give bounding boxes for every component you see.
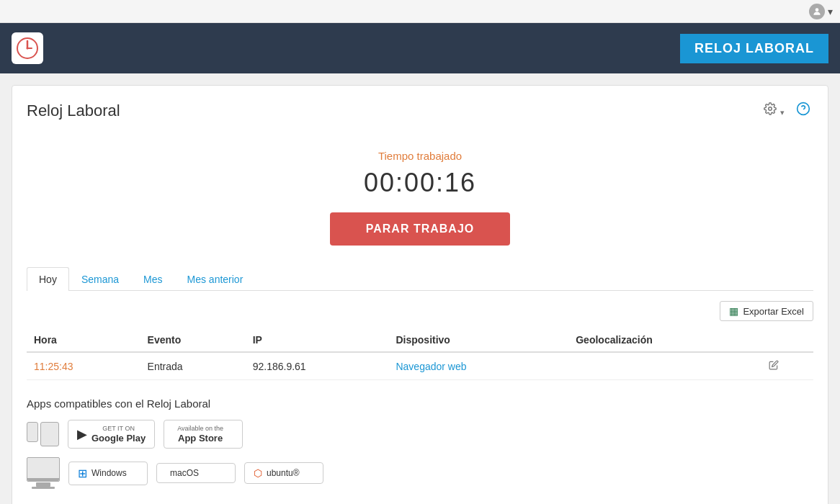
table-row: 11:25:43 Entrada 92.186.9.61 Navegador w… [27,352,813,380]
user-menu[interactable]: ▾ [809,4,833,19]
tablet-icon [40,422,59,446]
user-avatar [809,4,825,19]
google-play-badge[interactable]: ▶ GET IT ON Google Play [68,420,155,449]
macos-name: macOS [170,468,199,478]
cell-dispositivo: Navegador web [388,352,568,380]
svg-point-6 [769,107,772,111]
cell-edit [761,352,813,380]
settings-dropdown-icon: ▾ [780,108,785,117]
tab-semana[interactable]: Semana [69,267,131,291]
page-title: Reloj Laboral [27,102,120,120]
apps-section: Apps compatibles con el Reloj Laboral ▶ … [27,397,813,489]
apps-title: Apps compatibles con el Reloj Laboral [27,397,813,410]
records-table: Hora Evento IP Dispositivo Geolocalizaci… [27,328,813,380]
timer-label: Tiempo trabajado [27,150,813,162]
cell-ip: 92.186.9.61 [246,352,389,380]
stop-work-button[interactable]: PARAR TRABAJO [330,212,510,246]
card-actions: ▾ [761,100,813,121]
svg-point-0 [816,8,819,12]
timer-section: Tiempo trabajado 00:00:16 PARAR TRABAJO [27,135,813,267]
col-actions [761,328,813,352]
table-toolbar: ▦ Exportar Excel [27,301,813,321]
app-store-subtitle: Available on the [177,425,223,433]
top-bar: ▾ [0,0,840,23]
header-logo [12,32,43,64]
tab-mes-anterior[interactable]: Mes anterior [175,267,256,291]
timer-value: 00:00:16 [27,168,813,198]
col-geolocalizacion: Geolocalización [568,328,761,352]
settings-button[interactable]: ▾ [761,101,787,120]
col-evento: Evento [140,328,246,352]
export-excel-button[interactable]: ▦ Exportar Excel [720,301,813,321]
card-header: Reloj Laboral ▾ [27,100,813,121]
google-play-icon: ▶ [77,426,87,442]
macos-badge[interactable]: macOS [156,463,236,483]
svg-point-5 [27,48,29,50]
windows-icon: ⊞ [78,467,87,480]
col-ip: IP [246,328,389,352]
windows-name: Windows [91,468,127,478]
mobile-apps-row: ▶ GET IT ON Google Play Available on the… [27,420,813,449]
cell-evento: Entrada [140,352,246,380]
help-button[interactable] [793,100,813,121]
excel-icon: ▦ [729,305,738,317]
google-play-subtitle: GET IT ON [91,425,146,433]
mobile-device-icon [27,422,59,446]
header-title: RELOJ LABORAL [680,34,828,63]
ubuntu-name: ubuntu® [267,468,300,478]
tab-mes[interactable]: Mes [131,267,174,291]
monitor-icon [27,457,60,482]
edit-row-button[interactable] [769,360,779,372]
tab-hoy[interactable]: Hoy [27,267,69,291]
period-tabs: Hoy Semana Mes Mes anterior [27,267,813,291]
app-store-name: App Store [177,433,223,444]
ubuntu-badge[interactable]: ⬡ ubuntu® [244,462,323,484]
main-content: Reloj Laboral ▾ [0,73,840,504]
chevron-icon: ▾ [828,6,833,17]
cell-hora: 11:25:43 [27,352,140,380]
export-label: Exportar Excel [743,306,804,317]
col-dispositivo: Dispositivo [388,328,568,352]
google-play-name: Google Play [91,433,146,444]
clock-logo-icon [12,32,43,64]
desktop-device-icon [27,457,60,489]
cell-geolocalizacion [568,352,761,380]
phone-icon [27,422,38,442]
ubuntu-icon: ⬡ [254,467,262,479]
app-header: RELOJ LABORAL [0,23,840,73]
windows-badge[interactable]: ⊞ Windows [68,462,148,485]
main-card: Reloj Laboral ▾ [12,85,828,504]
col-hora: Hora [27,328,140,352]
desktop-apps-row: ⊞ Windows macOS ⬡ ubuntu® [27,457,813,489]
dispositivo-link[interactable]: Navegador web [396,361,466,372]
app-store-badge[interactable]: Available on the App Store [164,420,243,449]
